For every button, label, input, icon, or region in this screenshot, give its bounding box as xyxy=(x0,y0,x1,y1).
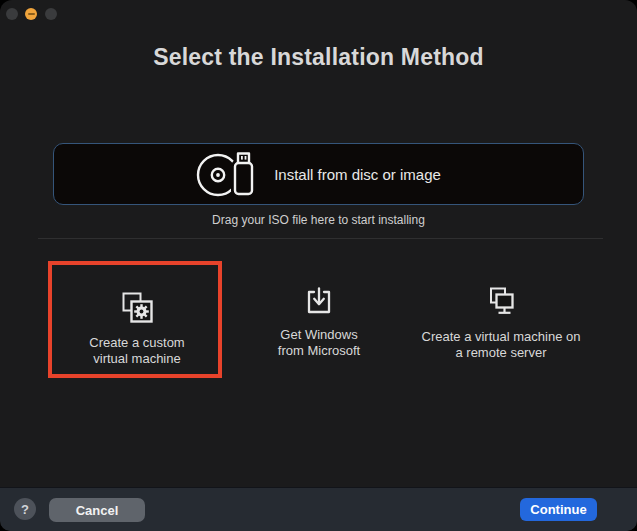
help-button[interactable]: ? xyxy=(14,498,36,520)
question-mark-icon: ? xyxy=(21,502,29,517)
remote-server-option[interactable]: Create a virtual machine on a remote ser… xyxy=(411,284,591,361)
download-icon xyxy=(302,284,336,318)
cancel-button[interactable]: Cancel xyxy=(49,498,145,522)
section-divider xyxy=(38,238,603,239)
custom-vm-gear-icon xyxy=(119,290,155,326)
install-from-disc-button[interactable]: Install from disc or image xyxy=(53,143,584,205)
zoom-window-button[interactable] xyxy=(45,8,57,20)
page-title: Select the Installation Method xyxy=(0,44,637,71)
installation-method-dialog: Select the Installation Method xyxy=(0,0,637,531)
option-label: Get Windows from Microsoft xyxy=(278,327,360,359)
option-label: Create a custom virtual machine xyxy=(89,335,184,367)
create-custom-vm-option[interactable]: Create a custom virtual machine xyxy=(47,290,227,367)
footer-bar: ? Cancel Continue xyxy=(0,487,637,531)
disc-usb-icon xyxy=(196,150,258,198)
remote-server-icon xyxy=(483,284,519,320)
drag-iso-hint: Drag your ISO file here to start install… xyxy=(0,213,637,227)
minimize-window-button[interactable] xyxy=(25,8,37,20)
install-from-disc-label: Install from disc or image xyxy=(274,166,441,183)
close-window-button[interactable] xyxy=(6,8,18,20)
get-windows-option[interactable]: Get Windows from Microsoft xyxy=(229,284,409,359)
titlebar xyxy=(0,0,637,30)
option-label: Create a virtual machine on a remote ser… xyxy=(422,329,581,361)
continue-button[interactable]: Continue xyxy=(520,498,597,521)
